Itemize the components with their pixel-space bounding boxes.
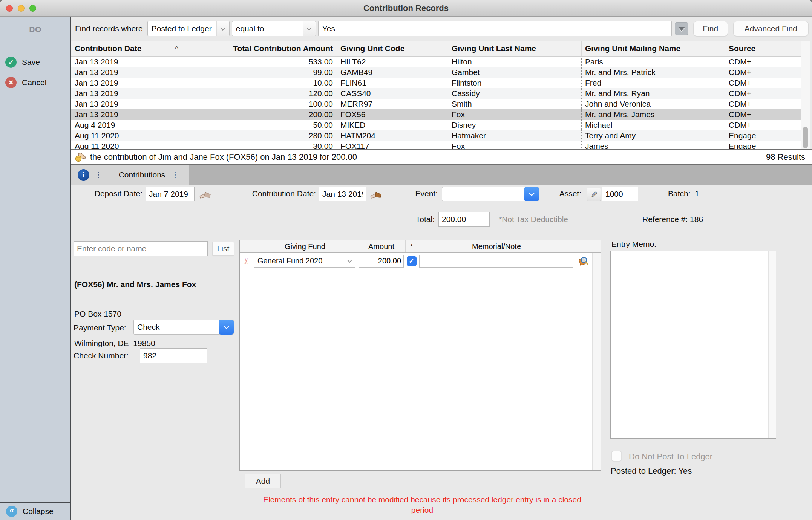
total-label: Total:: [412, 215, 435, 224]
column-header-mailing-name[interactable]: Giving Unit Mailing Name: [581, 41, 725, 56]
drag-dots-icon: ⋮: [171, 170, 179, 179]
cancel-x-icon: ✕: [5, 77, 17, 88]
fund-column-header: Giving Fund: [253, 240, 357, 252]
info-tab[interactable]: i ⋮: [71, 165, 109, 185]
deposit-date-label: Deposit Date:: [89, 189, 142, 198]
minimize-window-icon[interactable]: [18, 5, 25, 12]
tab-bar: i ⋮ Contributions ⋮: [71, 165, 812, 185]
cancel-label: Cancel: [22, 78, 46, 87]
posted-to-ledger-status: Posted to Ledger: Yes: [611, 466, 692, 476]
column-header-source[interactable]: Source: [725, 41, 801, 56]
payment-type-select[interactable]: Check: [133, 320, 234, 335]
calendar-picker-icon[interactable]: [199, 189, 211, 200]
contribution-date-input[interactable]: [319, 187, 366, 201]
results-table: Jan 13 2019533.00HILT62HiltonParisCDM+ J…: [71, 57, 801, 149]
not-tax-deductible-note: *Not Tax Deductible: [499, 215, 568, 224]
column-header-total-amount[interactable]: Total Contribution Amount: [187, 41, 337, 56]
fund-table-header: Giving Fund Amount * Memorial/Note: [240, 240, 601, 253]
coin-in-hand-icon: [75, 152, 86, 162]
batch-field: Batch: 1: [668, 189, 699, 198]
giver-code-search-input[interactable]: [74, 241, 208, 256]
list-button[interactable]: List: [212, 242, 234, 256]
close-window-icon[interactable]: [6, 5, 13, 12]
asset-label: Asset:: [557, 189, 581, 198]
results-scrollbar[interactable]: [801, 41, 810, 149]
results-header-row: Contribution Date ^ Total Contribution A…: [71, 41, 801, 57]
giving-fund-value: General Fund 2020: [257, 257, 322, 265]
reference-field: Reference #: 186: [642, 215, 703, 224]
giving-fund-table: Giving Fund Amount * Memorial/Note ✂ Gen…: [239, 240, 601, 471]
fund-table-scrollbar[interactable]: [592, 253, 601, 470]
find-history-dropdown-icon[interactable]: [675, 22, 688, 35]
tab-contributions[interactable]: Contributions ⋮: [109, 165, 189, 185]
find-field-value: Posted to Ledger: [152, 24, 212, 33]
table-row[interactable]: Jan 13 2019533.00HILT62HiltonParisCDM+: [71, 57, 801, 67]
collapse-button[interactable]: « Collapse: [0, 502, 70, 520]
closed-period-warning: Elements of this entry cannot be modifie…: [254, 494, 590, 515]
find-button[interactable]: Find: [693, 21, 728, 36]
table-row[interactable]: Jan 13 2019120.00CASS40CassidyMr. and Mr…: [71, 88, 801, 99]
table-row[interactable]: Jan 13 201999.00GAMB49GambetMr. and Mrs.…: [71, 67, 801, 78]
find-bar: Find records where Posted to Ledger equa…: [71, 17, 812, 41]
fund-cell: General Fund 2020: [253, 253, 357, 269]
advanced-find-button[interactable]: Advanced Find: [733, 21, 809, 36]
check-number-input[interactable]: [140, 348, 207, 363]
find-field-select[interactable]: Posted to Ledger: [147, 21, 230, 36]
column-header-giving-unit-code[interactable]: Giving Unit Code: [337, 41, 448, 56]
memo-scrollbar[interactable]: [768, 251, 776, 438]
collapse-label: Collapse: [23, 507, 54, 516]
entry-memo-label: Entry Memo:: [611, 240, 656, 249]
find-value-input[interactable]: [318, 21, 672, 36]
cancel-button[interactable]: ✕ Cancel: [5, 77, 46, 88]
table-row-selected[interactable]: Jan 13 2019200.00FOX56FoxMr. and Mrs. Ja…: [71, 109, 801, 120]
amount-cell: [357, 253, 405, 269]
event-select[interactable]: [442, 187, 539, 201]
total-input[interactable]: [438, 212, 490, 227]
title-bar: Contribution Records: [0, 0, 812, 17]
table-row[interactable]: Aug 4 201950.00MIKEDDisneyMichaelCDM+: [71, 120, 801, 130]
asset-input[interactable]: [602, 187, 638, 201]
chevron-down-icon: [524, 187, 539, 201]
deductible-checkbox-checked[interactable]: ✓: [407, 256, 417, 266]
column-header-contribution-date[interactable]: Contribution Date ^: [71, 41, 187, 56]
table-row[interactable]: Jan 13 2019100.00MERR97SmithJohn and Ver…: [71, 99, 801, 109]
chevron-down-icon: [216, 21, 229, 36]
pencil-icon: ✎: [589, 191, 599, 198]
amount-column-header: Amount: [357, 240, 405, 252]
find-operator-value: equal to: [236, 24, 264, 33]
tab-contributions-label: Contributions: [119, 170, 165, 179]
fund-delete-column: [240, 240, 253, 252]
entry-memo-textarea[interactable]: [611, 251, 768, 438]
table-row[interactable]: Aug 11 2020280.00HATM204HatmakerTerry an…: [71, 130, 801, 141]
delete-row-button[interactable]: ✂: [240, 253, 253, 269]
add-fund-row-button[interactable]: Add: [245, 474, 281, 488]
note-lookup-button[interactable]: [575, 253, 591, 269]
results-scrollbar-thumb[interactable]: [803, 127, 808, 148]
asset-edit-button[interactable]: ✎: [587, 188, 601, 201]
window-title: Contribution Records: [0, 0, 812, 17]
memorial-note-input[interactable]: [419, 255, 573, 268]
chevron-down-icon: [303, 21, 316, 36]
giving-fund-select[interactable]: General Fund 2020: [254, 255, 355, 268]
calendar-picker-icon[interactable]: [369, 189, 382, 200]
table-row[interactable]: Aug 11 202030.00FOX117FoxJamesEngage: [71, 141, 801, 149]
table-row[interactable]: Jan 13 201910.00FLIN61FlintstonFredCDM+: [71, 78, 801, 88]
event-label: Event:: [414, 189, 438, 198]
do-not-post-checkbox[interactable]: [611, 451, 622, 462]
memorial-note-column-header: Memorial/Note: [418, 240, 575, 252]
reference-value: 186: [690, 215, 703, 223]
sidebar-heading: DO: [0, 25, 70, 34]
save-button[interactable]: ✓ Save: [5, 57, 40, 68]
contribution-date-label: Contribution Date:: [251, 189, 316, 198]
zoom-window-icon[interactable]: [29, 5, 36, 12]
note-tool-column: [575, 240, 591, 252]
fund-amount-input[interactable]: [359, 255, 404, 268]
chevron-down-icon: [347, 258, 352, 263]
giver-name: (FOX56) Mr. and Mrs. James Fox: [74, 280, 196, 289]
column-header-last-name[interactable]: Giving Unit Last Name: [448, 41, 581, 56]
find-operator-select[interactable]: equal to: [232, 21, 316, 36]
deductible-cell: ✓: [405, 253, 418, 269]
results-count: 98 Results: [766, 152, 805, 162]
deposit-date-input[interactable]: [146, 187, 195, 201]
selection-status-bar: the contribution of Jim and Jane Fox (FO…: [71, 149, 812, 165]
